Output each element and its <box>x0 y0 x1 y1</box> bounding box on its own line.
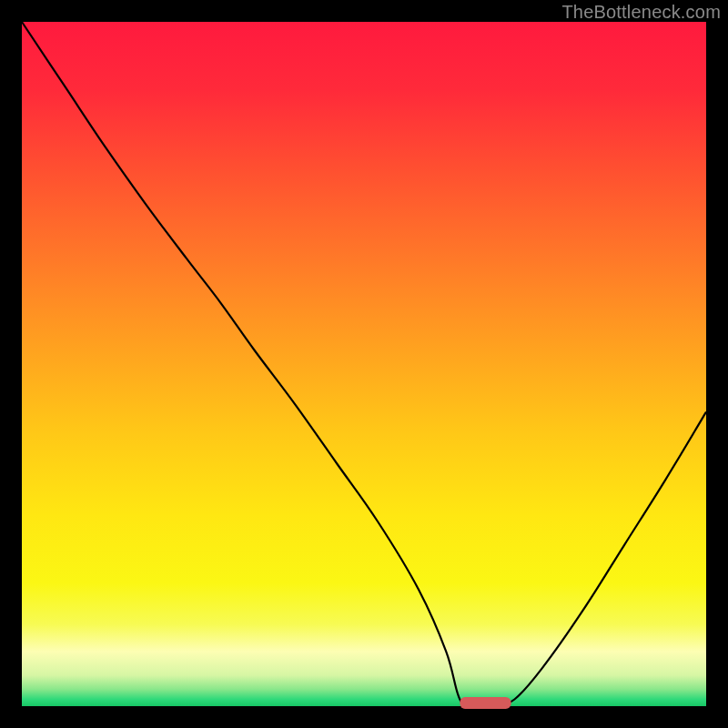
optimal-marker <box>460 697 511 709</box>
bottleneck-curve-chart <box>0 0 728 728</box>
watermark-label: TheBottleneck.com <box>561 2 721 23</box>
plot-background <box>22 22 706 706</box>
chart-container: TheBottleneck.com <box>0 0 728 728</box>
